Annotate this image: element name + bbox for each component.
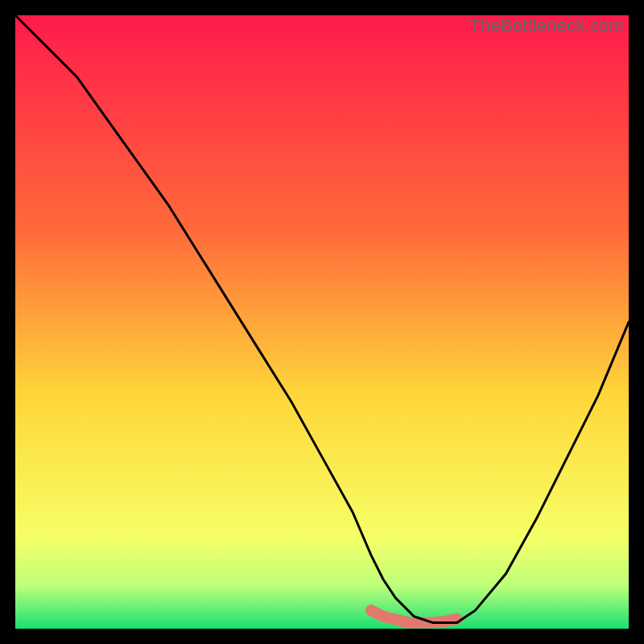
- chart-background: [15, 15, 629, 629]
- optimal-start-dot: [366, 605, 376, 615]
- chart-frame: TheBottleneck.com: [15, 15, 629, 629]
- watermark-text: TheBottleneck.com: [469, 15, 624, 36]
- bottleneck-chart: [15, 15, 629, 629]
